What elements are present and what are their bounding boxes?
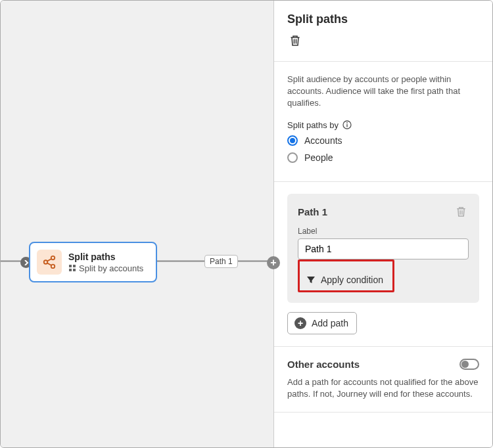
- other-accounts-desc: Add a path for accounts not qualified fo…: [287, 376, 479, 400]
- apply-condition-button[interactable]: Apply condition: [300, 269, 392, 290]
- svg-point-12: [346, 122, 348, 123]
- delete-path-button[interactable]: [453, 204, 469, 220]
- panel-description: Split audience by accounts or people wit…: [287, 74, 479, 110]
- path-label-caption: Label: [298, 227, 469, 236]
- apply-condition-label: Apply condition: [321, 275, 383, 285]
- radio-people-label: People: [304, 152, 333, 163]
- canvas-path-label[interactable]: Path 1: [204, 255, 238, 268]
- journey-canvas[interactable]: Split paths Split by accounts Path 1 +: [1, 1, 274, 447]
- panel-title: Split paths: [287, 12, 479, 26]
- radio-accounts[interactable]: Accounts: [287, 135, 479, 146]
- add-path-button[interactable]: + Add path: [287, 312, 357, 334]
- add-path-label: Add path: [312, 318, 348, 328]
- other-accounts-toggle[interactable]: [459, 359, 479, 370]
- canvas-connectors: [1, 1, 273, 447]
- path-block-1: Path 1 Label Apply condition: [287, 194, 479, 303]
- svg-rect-8: [73, 265, 76, 267]
- add-node-button[interactable]: +: [267, 256, 280, 269]
- svg-rect-10: [73, 269, 76, 271]
- plus-icon: +: [294, 317, 306, 329]
- radio-dot-icon: [287, 152, 298, 163]
- grid-icon: [68, 264, 76, 272]
- path-label-input[interactable]: [298, 238, 469, 259]
- split-by-label: Split paths by: [287, 120, 479, 130]
- app-frame: Split paths Split by accounts Path 1 + S…: [0, 0, 493, 448]
- split-paths-node-icon: [37, 250, 62, 275]
- radio-dot-selected-icon: [287, 135, 298, 146]
- svg-line-6: [47, 263, 51, 265]
- svg-rect-7: [69, 265, 72, 267]
- svg-point-3: [51, 256, 55, 260]
- svg-rect-9: [69, 269, 72, 271]
- node-title: Split paths: [68, 252, 143, 262]
- panel-header-section: Split paths: [274, 1, 492, 62]
- path-block-title: Path 1: [298, 206, 327, 217]
- radio-accounts-label: Accounts: [304, 135, 342, 146]
- trash-icon: [290, 35, 300, 47]
- other-accounts-section: Other accounts Add a path for accounts n…: [274, 347, 492, 413]
- split-by-section: Split audience by accounts or people wit…: [274, 62, 492, 182]
- svg-point-2: [44, 260, 48, 264]
- node-text: Split paths Split by accounts: [68, 252, 143, 273]
- other-accounts-title: Other accounts: [287, 359, 360, 370]
- svg-point-4: [51, 265, 55, 269]
- delete-node-button[interactable]: [287, 33, 303, 49]
- node-subtitle: Split by accounts: [68, 263, 143, 273]
- svg-rect-13: [346, 124, 347, 127]
- apply-condition-highlight: Apply condition: [298, 259, 394, 292]
- trash-icon: [456, 206, 466, 217]
- share-icon: [42, 255, 57, 269]
- radio-people[interactable]: People: [287, 152, 479, 163]
- split-paths-node[interactable]: Split paths Split by accounts: [29, 242, 157, 282]
- paths-section: Path 1 Label Apply condition: [274, 182, 492, 347]
- side-panel: Split paths Split audience by accounts o…: [274, 1, 492, 447]
- svg-line-5: [47, 259, 51, 261]
- filter-icon: [306, 275, 316, 284]
- info-icon[interactable]: [342, 120, 352, 129]
